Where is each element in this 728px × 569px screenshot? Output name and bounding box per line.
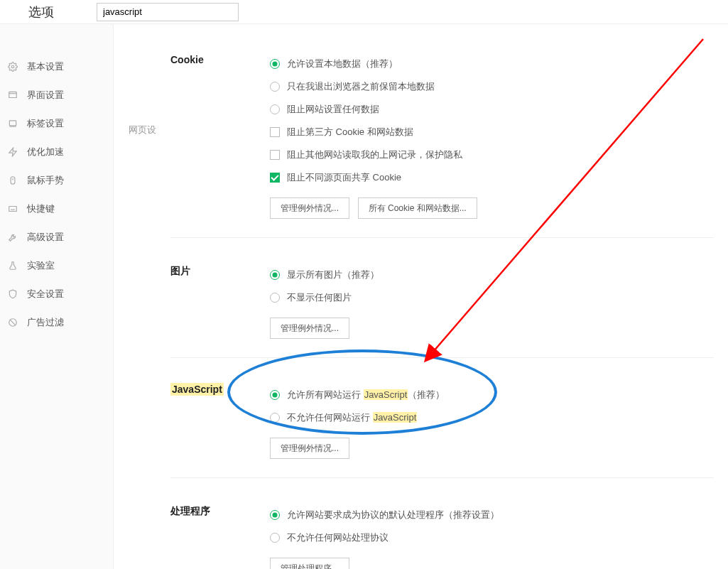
- sidebar-item-advanced[interactable]: 高级设置: [0, 223, 113, 251]
- sidebar-item-hotkeys[interactable]: 快捷键: [0, 195, 113, 223]
- sidebar-item-label: 高级设置: [27, 231, 64, 244]
- radio-icon: [270, 104, 280, 114]
- page-header: 选项: [0, 0, 728, 24]
- section-title: JavaScript: [170, 383, 224, 396]
- all-cookies-button[interactable]: 所有 Cookie 和网站数据...: [358, 197, 477, 219]
- option-label: 阻止不同源页面共享 Cookie: [287, 171, 401, 184]
- svg-line-11: [10, 320, 16, 325]
- radio-icon: [270, 510, 280, 520]
- sidebar-item-label: 基本设置: [27, 60, 64, 73]
- sidebar-item-lab[interactable]: 实验室: [0, 251, 113, 280]
- content-panel: Cookie 允许设置本地数据（推荐） 只在我退出浏览器之前保留本地数据 阻止网…: [170, 24, 728, 569]
- manage-exceptions-button[interactable]: 管理例外情况...: [270, 318, 349, 339]
- highlight: JavaScript: [364, 389, 408, 400]
- option-row[interactable]: 允许网站要求成为协议的默认处理程序（推荐设置）: [270, 504, 714, 526]
- option-row[interactable]: 允许所有网站运行 JavaScript（推荐）: [270, 384, 714, 406]
- manage-exceptions-button[interactable]: 管理例外情况...: [270, 197, 349, 219]
- svg-rect-1: [9, 92, 17, 97]
- option-label: 显示所有图片（推荐）: [287, 269, 379, 281]
- radio-icon: [270, 293, 280, 303]
- sidebar-item-label: 鼠标手势: [27, 174, 64, 187]
- sidebar-item-label: 标签设置: [27, 117, 64, 130]
- search-input[interactable]: [97, 3, 239, 21]
- sidebar-item-label: 安全设置: [27, 288, 64, 300]
- page-title: 选项: [28, 4, 54, 21]
- keyboard-icon: [7, 203, 18, 215]
- section-handler: 处理程序 允许网站要求成为协议的默认处理程序（推荐设置） 不允许任何网站处理协议…: [170, 478, 714, 569]
- checkbox-icon: [270, 150, 280, 160]
- option-row[interactable]: 显示所有图片（推荐）: [270, 264, 714, 286]
- mouse-icon: [7, 175, 18, 186]
- sidebar-item-basic[interactable]: 基本设置: [0, 53, 113, 81]
- manage-handlers-button[interactable]: 管理处理程序...: [270, 558, 349, 569]
- option-row[interactable]: 不显示任何图片: [270, 286, 714, 309]
- option-row[interactable]: 不允许任何网站运行 JavaScript: [270, 406, 714, 429]
- highlight: JavaScript: [373, 412, 418, 423]
- option-label: 允许所有网站运行 JavaScript（推荐）: [287, 389, 445, 401]
- option-label: 阻止其他网站读取我的上网记录，保护隐私: [287, 148, 462, 161]
- option-row[interactable]: 阻止不同源页面共享 Cookie: [270, 166, 714, 189]
- sidebar-item-label: 界面设置: [27, 89, 64, 102]
- wrench-icon: [7, 232, 18, 243]
- radio-icon: [270, 390, 280, 400]
- sidebar-item-label: 快捷键: [27, 202, 55, 215]
- shield-icon: [7, 288, 18, 300]
- option-row[interactable]: 阻止网站设置任何数据: [270, 98, 714, 121]
- radio-icon: [270, 533, 280, 543]
- sidebar: 基本设置 界面设置 标签设置 优化加速 鼠标手势 快捷键 高级设置 实验室: [0, 24, 114, 569]
- section-title: 处理程序: [170, 504, 270, 569]
- sidebar-item-label: 广告过滤: [27, 316, 64, 329]
- sidebar-item-adblock[interactable]: 广告过滤: [0, 308, 113, 337]
- option-row[interactable]: 允许设置本地数据（推荐）: [270, 53, 714, 75]
- section-javascript: JavaScript 允许所有网站运行 JavaScript（推荐） 不允许任何…: [170, 358, 714, 478]
- option-row[interactable]: 不允许任何网站处理协议: [270, 526, 714, 549]
- sidebar-item-optimize[interactable]: 优化加速: [0, 138, 113, 166]
- option-label: 允许设置本地数据（推荐）: [287, 58, 398, 70]
- device-icon: [7, 118, 18, 129]
- sidebar-item-label: 优化加速: [27, 146, 64, 158]
- option-label: 不允许任何网站处理协议: [287, 531, 389, 544]
- option-label: 阻止网站设置任何数据: [287, 103, 379, 116]
- bolt-icon: [7, 146, 18, 158]
- gear-icon: [7, 61, 18, 72]
- sidebar-item-label: 实验室: [27, 259, 55, 272]
- checkbox-icon: [270, 127, 280, 137]
- radio-icon: [270, 59, 280, 69]
- option-label: 不显示任何图片: [287, 291, 352, 304]
- section-image: 图片 显示所有图片（推荐） 不显示任何图片 管理例外情况...: [170, 238, 714, 358]
- option-row[interactable]: 阻止其他网站读取我的上网记录，保护隐私: [270, 143, 714, 166]
- section-title: Cookie: [170, 53, 270, 219]
- radio-icon: [270, 82, 280, 92]
- svg-marker-5: [9, 148, 17, 156]
- sidebar-item-security[interactable]: 安全设置: [0, 280, 113, 308]
- section-title: 图片: [170, 264, 270, 339]
- option-row[interactable]: 只在我退出浏览器之前保留本地数据: [270, 75, 714, 98]
- flask-icon: [7, 260, 18, 271]
- svg-point-0: [11, 65, 14, 68]
- option-label: 不允许任何网站运行 JavaScript: [287, 411, 417, 424]
- option-row[interactable]: 阻止第三方 Cookie 和网站数据: [270, 121, 714, 143]
- radio-icon: [270, 413, 280, 423]
- svg-rect-6: [11, 177, 15, 185]
- sidebar-item-ui[interactable]: 界面设置: [0, 81, 113, 109]
- svg-rect-8: [9, 207, 17, 212]
- block-icon: [7, 317, 18, 328]
- checkbox-icon: [270, 173, 280, 183]
- sidebar-item-mouse[interactable]: 鼠标手势: [0, 166, 113, 195]
- option-label: 阻止第三方 Cookie 和网站数据: [287, 126, 413, 139]
- radio-icon: [270, 270, 280, 280]
- window-icon: [7, 90, 18, 101]
- svg-rect-3: [9, 121, 16, 126]
- sidebar-item-tabs[interactable]: 标签设置: [0, 109, 113, 138]
- manage-exceptions-button[interactable]: 管理例外情况...: [270, 438, 349, 459]
- option-label: 允许网站要求成为协议的默认处理程序（推荐设置）: [287, 509, 499, 521]
- category-label: 网页设: [114, 24, 170, 569]
- section-cookie: Cookie 允许设置本地数据（推荐） 只在我退出浏览器之前保留本地数据 阻止网…: [170, 53, 714, 238]
- option-label: 只在我退出浏览器之前保留本地数据: [287, 80, 435, 93]
